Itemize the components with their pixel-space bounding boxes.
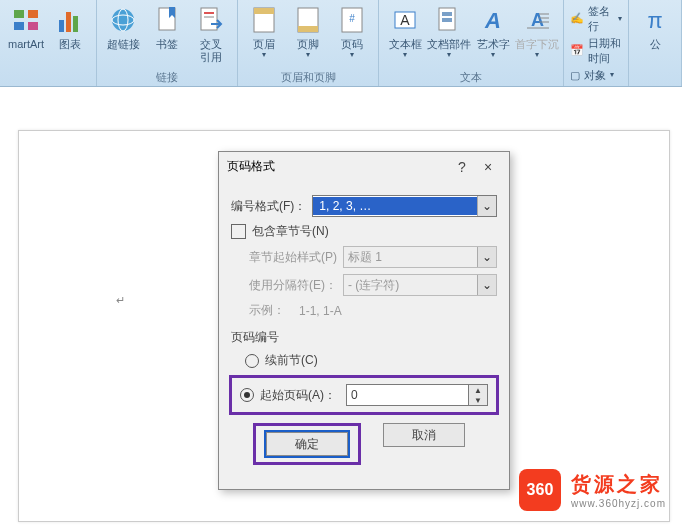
textbox-icon: A: [389, 4, 421, 36]
example-label: 示例：: [249, 302, 285, 319]
svg-text:A: A: [484, 8, 501, 33]
chapter-style-label: 章节起始样式(P): [249, 249, 337, 266]
start-at-input[interactable]: 0: [346, 384, 469, 406]
number-format-label: 编号格式(F)：: [231, 198, 306, 215]
ribbon-item-footer[interactable]: 页脚 ▾: [286, 2, 330, 61]
section-pagenumbering: 页码编号: [231, 329, 497, 346]
text-cursor: ↵: [116, 294, 125, 307]
chevron-down-icon: ▾: [262, 51, 266, 59]
wordart-icon: A: [477, 4, 509, 36]
ribbon-label: 公: [650, 38, 661, 51]
pi-icon: π: [639, 4, 671, 36]
spinner-down-icon[interactable]: ▼: [469, 395, 487, 405]
ribbon-label: 交叉 引用: [200, 38, 222, 64]
ribbon-item-bookmark[interactable]: 书签: [145, 2, 189, 53]
spinner-buttons[interactable]: ▲ ▼: [469, 384, 488, 406]
ribbon-label: martArt: [8, 38, 44, 51]
chevron-down-icon: ▾: [306, 51, 310, 59]
start-at-radio[interactable]: [240, 388, 254, 402]
svg-text:#: #: [349, 13, 355, 24]
svg-rect-6: [73, 16, 78, 32]
footer-icon: [292, 4, 324, 36]
ribbon-group-insert: martArt 图表: [0, 0, 97, 86]
continue-radio[interactable]: [245, 354, 259, 368]
watermark-url: www.360hyzj.com: [571, 498, 666, 509]
ribbon-group-links: 超链接 书签 交叉 引用 链接: [97, 0, 238, 86]
ribbon: martArt 图表 超链接 书签 交叉 引用 链接: [0, 0, 682, 87]
header-icon: [248, 4, 280, 36]
ribbon-item-quickparts[interactable]: 文档部件 ▾: [427, 2, 471, 61]
start-at-value: 0: [351, 388, 358, 402]
separator-label: 使用分隔符(E)：: [249, 277, 337, 294]
start-at-label: 起始页码(A)：: [260, 387, 336, 404]
ribbon-label: 图表: [59, 38, 81, 51]
ribbon-item-object[interactable]: ▢对象▾: [570, 68, 622, 83]
number-format-value: 1, 2, 3, …: [313, 197, 477, 215]
smartart-icon: [10, 4, 42, 36]
svg-text:A: A: [400, 12, 410, 28]
ribbon-group-title: 页眉和页脚: [242, 68, 374, 86]
svg-text:A: A: [531, 10, 544, 30]
watermark-title: 货源之家: [571, 471, 666, 498]
chapter-style-value: 标题 1: [344, 249, 386, 266]
ribbon-item-header[interactable]: 页眉 ▾: [242, 2, 286, 61]
dialog-titlebar: 页码格式 ? ×: [219, 152, 509, 181]
ribbon-item-datetime[interactable]: 📅日期和时间: [570, 36, 622, 66]
globe-icon: [107, 4, 139, 36]
ribbon-item-smartart[interactable]: martArt: [4, 2, 48, 53]
dropcap-icon: A: [521, 4, 553, 36]
svg-rect-11: [201, 8, 217, 30]
svg-rect-3: [28, 22, 38, 30]
chevron-down-icon: ▾: [610, 71, 614, 79]
chart-icon: [54, 4, 86, 36]
ribbon-item-chart[interactable]: 图表: [48, 2, 92, 53]
cancel-button[interactable]: 取消: [383, 423, 465, 447]
ribbon-label: 日期和时间: [588, 36, 622, 66]
ribbon-item-crossref[interactable]: 交叉 引用: [189, 2, 233, 66]
watermark: 360 货源之家 www.360hyzj.com: [519, 469, 666, 511]
include-chapter-label: 包含章节号(N): [252, 223, 329, 240]
chevron-down-icon[interactable]: ⌄: [477, 196, 496, 216]
ribbon-item-wordart[interactable]: A 艺术字 ▾: [471, 2, 515, 61]
svg-rect-24: [442, 18, 452, 22]
number-format-select[interactable]: 1, 2, 3, … ⌄: [312, 195, 497, 217]
chevron-down-icon: ▾: [618, 15, 622, 23]
ribbon-group-title: [4, 83, 92, 86]
ribbon-item-signature[interactable]: ✍签名行▾: [570, 4, 622, 34]
signature-icon: ✍: [570, 12, 584, 25]
separator-select: - (连字符) ⌄: [343, 274, 497, 296]
bookmark-icon: [151, 4, 183, 36]
svg-rect-15: [254, 8, 274, 14]
dialog-page-number-format: 页码格式 ? × 编号格式(F)： 1, 2, 3, … ⌄ 包含章节号(N) …: [218, 151, 510, 490]
ribbon-item-equation[interactable]: π 公: [633, 2, 677, 53]
pagenumber-icon: #: [336, 4, 368, 36]
chapter-style-select: 标题 1 ⌄: [343, 246, 497, 268]
close-button[interactable]: ×: [475, 159, 501, 175]
include-chapter-checkbox[interactable]: [231, 224, 246, 239]
crossref-icon: [195, 4, 227, 36]
highlight-start-at: 起始页码(A)： 0 ▲ ▼: [229, 375, 499, 415]
ribbon-item-hyperlink[interactable]: 超链接: [101, 2, 145, 53]
separator-value: - (连字符): [344, 277, 403, 294]
ribbon-label: 对象: [584, 68, 606, 83]
svg-text:π: π: [647, 8, 662, 33]
chevron-down-icon: ⌄: [477, 247, 496, 267]
spinner-up-icon[interactable]: ▲: [469, 385, 487, 395]
ribbon-group-side: ✍签名行▾ 📅日期和时间 ▢对象▾: [564, 0, 629, 86]
ribbon-item-pagenumber[interactable]: # 页码 ▾: [330, 2, 374, 61]
chevron-down-icon: ⌄: [477, 275, 496, 295]
svg-rect-0: [14, 10, 24, 18]
quickparts-icon: [433, 4, 465, 36]
ribbon-group-text: A 文本框 ▾ 文档部件 ▾ A 艺术字 ▾ A 首字下沉 ▾ 文本: [379, 0, 564, 86]
ribbon-item-textbox[interactable]: A 文本框 ▾: [383, 2, 427, 61]
help-button[interactable]: ?: [449, 159, 475, 175]
chevron-down-icon: ▾: [403, 51, 407, 59]
example-value: 1-1, 1-A: [299, 304, 342, 318]
ok-button[interactable]: 确定: [266, 432, 348, 456]
svg-rect-4: [59, 20, 64, 32]
chevron-down-icon: ▾: [535, 51, 539, 59]
svg-rect-1: [28, 10, 38, 18]
ribbon-group-title: 链接: [101, 68, 233, 86]
ribbon-item-dropcap[interactable]: A 首字下沉 ▾: [515, 2, 559, 61]
object-icon: ▢: [570, 69, 580, 82]
